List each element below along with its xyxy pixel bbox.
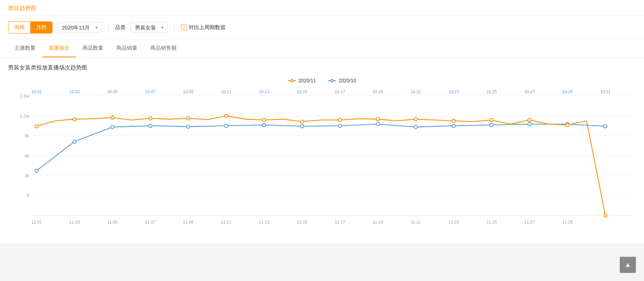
svg-point-74 xyxy=(566,123,569,126)
svg-text:10-03: 10-03 xyxy=(69,90,80,94)
svg-text:11-19: 11-19 xyxy=(373,220,383,224)
svg-text:11-21: 11-21 xyxy=(410,220,421,224)
svg-text:1.2w: 1.2w xyxy=(20,113,29,118)
svg-text:10-21: 10-21 xyxy=(410,90,421,94)
page-title: 类目趋势图 xyxy=(0,0,644,16)
svg-point-64 xyxy=(187,117,190,120)
svg-text:9k: 9k xyxy=(25,133,29,138)
legend-item-oct: 2020/10 xyxy=(328,78,356,84)
page-wrapper: 类目趋势图 周榜 月榜 2020年11月 ▼ 品类 男装女装 ▼ ✓ 对比上周期… xyxy=(0,0,644,243)
svg-point-55 xyxy=(452,124,455,127)
svg-text:10-19: 10-19 xyxy=(373,90,383,94)
svg-text:10-27: 10-27 xyxy=(524,90,535,94)
date-select-wrap: 2020年11月 ▼ xyxy=(57,22,102,33)
tabs-bar: 主播数量 直播场次 商品数量 商品销量 商品销售额 xyxy=(0,40,644,58)
svg-text:10-01: 10-01 xyxy=(32,90,42,94)
category-select-wrap: 男装女装 ▼ xyxy=(130,22,168,33)
legend-label-nov: 2020/11 xyxy=(299,78,316,84)
svg-point-68 xyxy=(338,118,341,122)
tab-product-revenue[interactable]: 商品销售额 xyxy=(144,40,183,57)
svg-text:10-23: 10-23 xyxy=(448,90,459,94)
svg-point-49 xyxy=(225,124,228,127)
svg-text:10-25: 10-25 xyxy=(486,90,497,94)
legend-label-oct: 2020/10 xyxy=(339,78,356,84)
svg-point-51 xyxy=(301,124,304,128)
svg-point-60 xyxy=(35,124,38,128)
svg-text:11-09: 11-09 xyxy=(183,220,194,224)
svg-point-69 xyxy=(376,117,379,121)
chart-svg: 1.5w 1.2w 9k 6k 3k 0 10-01 10-03 10-05 1… xyxy=(8,88,636,237)
date-select[interactable]: 2020年11月 xyxy=(57,22,102,33)
compare-checkbox-wrap[interactable]: ✓ 对比上周期数据 xyxy=(181,24,225,31)
svg-point-63 xyxy=(149,117,152,120)
svg-point-44 xyxy=(35,169,38,172)
checkbox-icon: ✓ xyxy=(181,25,187,30)
svg-point-65 xyxy=(225,114,228,117)
svg-text:11-11: 11-11 xyxy=(221,220,232,224)
svg-point-52 xyxy=(338,124,341,127)
svg-point-56 xyxy=(490,123,493,126)
svg-point-54 xyxy=(414,126,417,129)
svg-text:11-03: 11-03 xyxy=(69,220,80,224)
chart-legend: 2020/11 2020/10 xyxy=(8,78,636,84)
divider xyxy=(108,23,109,31)
svg-point-57 xyxy=(528,122,531,126)
svg-point-45 xyxy=(73,140,76,143)
chart-area: 1.5w 1.2w 9k 6k 3k 0 10-01 10-03 10-05 1… xyxy=(8,88,636,237)
svg-text:10-11: 10-11 xyxy=(221,90,232,94)
chart-section: 男装女装类投放直播场次趋势图 2020/11 2020/10 xyxy=(0,58,644,243)
svg-text:10-29: 10-29 xyxy=(562,90,573,94)
svg-text:11-01: 11-01 xyxy=(32,220,42,224)
svg-point-61 xyxy=(73,117,76,121)
svg-point-66 xyxy=(263,118,266,122)
svg-text:11-15: 11-15 xyxy=(297,220,307,224)
svg-text:10-09: 10-09 xyxy=(183,90,194,94)
svg-text:1.5w: 1.5w xyxy=(20,94,29,99)
svg-text:11-13: 11-13 xyxy=(259,220,269,224)
month-button[interactable]: 月榜 xyxy=(30,22,52,33)
svg-point-53 xyxy=(376,122,379,126)
svg-text:11-07: 11-07 xyxy=(145,220,156,224)
divider-2 xyxy=(174,23,175,31)
svg-point-67 xyxy=(301,120,304,123)
svg-point-62 xyxy=(111,116,114,119)
svg-text:10-15: 10-15 xyxy=(297,90,307,94)
svg-text:11-25: 11-25 xyxy=(486,220,497,224)
category-select[interactable]: 男装女装 xyxy=(130,22,168,33)
tab-anchor-count[interactable]: 主播数量 xyxy=(8,40,42,57)
svg-text:3k: 3k xyxy=(25,173,29,178)
category-label: 品类 xyxy=(115,24,126,31)
svg-text:11-23: 11-23 xyxy=(448,220,459,224)
svg-text:0: 0 xyxy=(27,193,29,198)
legend-item-nov: 2020/11 xyxy=(288,78,316,84)
svg-text:11-17: 11-17 xyxy=(335,220,345,224)
svg-text:10-13: 10-13 xyxy=(259,90,269,94)
svg-text:10-05: 10-05 xyxy=(107,90,118,94)
svg-point-46 xyxy=(111,126,114,129)
svg-point-47 xyxy=(149,124,152,127)
svg-point-70 xyxy=(414,117,417,121)
tab-product-count[interactable]: 商品数量 xyxy=(76,40,110,57)
tab-product-sales[interactable]: 商品销量 xyxy=(110,40,144,57)
svg-text:6k: 6k xyxy=(25,153,29,158)
svg-text:10-17: 10-17 xyxy=(335,90,345,94)
chart-title: 男装女装类投放直播场次趋势图 xyxy=(8,64,636,71)
svg-text:10-31: 10-31 xyxy=(600,90,610,94)
svg-point-71 xyxy=(452,119,455,122)
period-toggle: 周榜 月榜 xyxy=(8,21,53,34)
svg-point-48 xyxy=(187,125,190,128)
tab-live-sessions[interactable]: 直播场次 xyxy=(42,40,76,57)
compare-label: 对比上周期数据 xyxy=(189,24,225,31)
svg-point-59 xyxy=(604,124,607,128)
svg-text:11-29: 11-29 xyxy=(562,220,573,224)
svg-point-72 xyxy=(490,118,493,122)
svg-text:10-07: 10-07 xyxy=(145,90,156,94)
svg-text:11-27: 11-27 xyxy=(524,220,535,224)
week-button[interactable]: 周榜 xyxy=(8,22,30,33)
controls-bar: 周榜 月榜 2020年11月 ▼ 品类 男装女装 ▼ ✓ 对比上周期数据 xyxy=(0,16,644,40)
svg-text:11-05: 11-05 xyxy=(107,220,118,224)
svg-point-50 xyxy=(263,123,266,126)
svg-point-73 xyxy=(528,118,531,122)
